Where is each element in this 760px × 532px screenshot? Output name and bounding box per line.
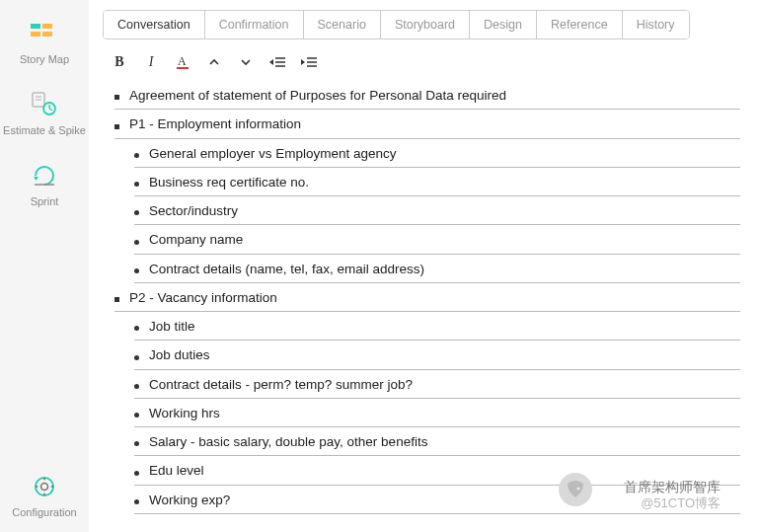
svg-text:A: A	[178, 54, 187, 68]
list-item-text: Agreement of statement of Purposes for P…	[129, 86, 506, 106]
sidebar-item-sprint[interactable]: Sprint	[0, 150, 89, 221]
list-item[interactable]: General employer vs Employment agency	[134, 139, 740, 168]
sidebar-item-estimate-spike[interactable]: Estimate & Spike	[0, 79, 89, 150]
list-item[interactable]: Working hrs	[134, 399, 740, 427]
list-item[interactable]: Job title	[134, 312, 740, 341]
list-item[interactable]: Agreement of statement of Purposes for P…	[114, 81, 740, 110]
svg-rect-1	[42, 24, 52, 29]
text-color-button[interactable]: A	[174, 53, 191, 71]
svg-rect-0	[31, 24, 40, 29]
italic-button[interactable]: I	[142, 53, 160, 71]
svg-marker-20	[301, 59, 305, 65]
round-bullet-icon	[134, 153, 139, 158]
square-bullet-icon	[114, 95, 119, 100]
round-bullet-icon	[134, 384, 139, 389]
list-item-text: Job duties	[149, 345, 210, 365]
list-item-text: General employer vs Employment agency	[149, 144, 397, 164]
tab-history[interactable]: History	[623, 11, 689, 38]
sidebar: Story Map Estimate & Spike Sprint	[0, 0, 89, 532]
tab-confirmation[interactable]: Confirmation	[205, 11, 304, 38]
editor-toolbar: B I A	[103, 49, 746, 81]
round-bullet-icon	[134, 499, 139, 504]
svg-marker-16	[269, 59, 273, 65]
main-panel: Conversation Confirmation Scenario Story…	[89, 0, 760, 532]
list-item-text: Contract details (name, tel, fax, email …	[149, 260, 424, 279]
list-item-text: Company name	[149, 230, 243, 250]
list-item[interactable]: Working exp?	[134, 486, 740, 514]
round-bullet-icon	[134, 240, 139, 245]
indent-button[interactable]	[300, 53, 318, 71]
list-item-text: P2 - Vacancy information	[129, 288, 277, 308]
list-item-text: Salary - basic salary, double pay, other…	[149, 432, 427, 452]
round-bullet-icon	[134, 471, 139, 476]
sidebar-item-label: Estimate & Spike	[0, 124, 89, 136]
sidebar-item-label: Configuration	[0, 506, 89, 518]
svg-rect-15	[177, 67, 189, 69]
tab-conversation[interactable]: Conversation	[104, 11, 205, 38]
expand-icon[interactable]	[237, 53, 255, 71]
story-map-icon	[0, 18, 89, 49]
editor-content[interactable]: Agreement of statement of Purposes for P…	[103, 81, 746, 514]
round-bullet-icon	[134, 182, 139, 187]
round-bullet-icon	[134, 326, 139, 331]
tab-row: Conversation Confirmation Scenario Story…	[103, 10, 690, 39]
list-item-text: Contract details - perm? temp? summer jo…	[149, 375, 413, 395]
sprint-icon	[0, 160, 89, 191]
tab-storyboard[interactable]: Storyboard	[381, 11, 470, 38]
sidebar-item-configuration[interactable]: Configuration	[0, 461, 89, 532]
list-item[interactable]: P1 - Employment information	[114, 110, 740, 138]
list-item[interactable]: Edu level	[134, 456, 740, 485]
list-item-text: Sector/industry	[149, 201, 238, 221]
svg-line-9	[49, 109, 52, 111]
round-bullet-icon	[134, 355, 139, 360]
round-bullet-icon	[134, 210, 139, 215]
outdent-button[interactable]	[268, 53, 286, 71]
list-item[interactable]: Company name	[134, 225, 740, 254]
bold-button[interactable]: B	[111, 53, 128, 71]
list-item[interactable]: P2 - Vacancy information	[114, 283, 740, 312]
list-item-text: P1 - Employment information	[129, 114, 301, 134]
tab-design[interactable]: Design	[470, 11, 537, 38]
square-bullet-icon	[114, 124, 119, 129]
list-item[interactable]: Contract details (name, tel, fax, email …	[134, 255, 740, 283]
list-item[interactable]: Job duties	[134, 341, 740, 369]
list-item[interactable]: Sector/industry	[134, 196, 740, 225]
list-item[interactable]: Business req certificate no.	[134, 168, 740, 196]
list-item-text: Edu level	[149, 461, 204, 481]
svg-marker-10	[34, 177, 38, 181]
svg-rect-2	[31, 32, 40, 37]
svg-point-13	[41, 484, 48, 491]
tab-reference[interactable]: Reference	[537, 11, 623, 38]
tab-scenario[interactable]: Scenario	[304, 11, 381, 38]
sidebar-item-label: Sprint	[0, 195, 89, 207]
list-item[interactable]: Contract details - perm? temp? summer jo…	[134, 370, 740, 399]
list-item[interactable]: Salary - basic salary, double pay, other…	[134, 427, 740, 456]
estimate-icon	[0, 89, 89, 120]
round-bullet-icon	[134, 441, 139, 446]
svg-rect-3	[42, 32, 52, 37]
collapse-icon[interactable]	[205, 53, 223, 71]
sidebar-item-story-map[interactable]: Story Map	[0, 8, 89, 79]
list-item-text: Working exp?	[149, 491, 230, 510]
round-bullet-icon	[134, 413, 139, 418]
list-item-text: Working hrs	[149, 404, 220, 423]
round-bullet-icon	[134, 268, 139, 273]
gear-icon	[0, 471, 89, 502]
sidebar-item-label: Story Map	[0, 53, 89, 65]
list-item-text: Job title	[149, 317, 195, 337]
square-bullet-icon	[114, 297, 119, 302]
list-item-text: Business req certificate no.	[149, 173, 309, 192]
